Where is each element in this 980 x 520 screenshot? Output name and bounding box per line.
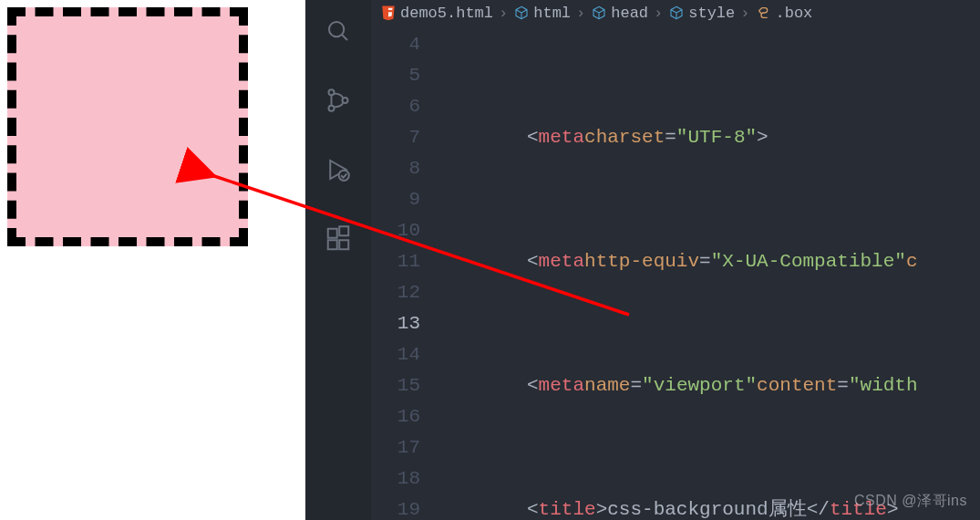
code-editor[interactable]: demo5.html › html › head › style › .box … — [371, 0, 980, 520]
svg-point-0 — [329, 22, 344, 36]
html5-icon — [380, 5, 397, 21]
breadcrumb-item[interactable]: head — [611, 5, 648, 22]
line-number: 18 — [371, 463, 420, 494]
code-line[interactable]: <meta charset="UTF-8"> — [440, 122, 980, 153]
chevron-right-icon: › — [740, 5, 749, 22]
cube-icon — [668, 5, 685, 21]
svg-point-3 — [329, 106, 335, 111]
browser-preview-pane — [0, 0, 305, 520]
debug-icon[interactable] — [324, 155, 353, 184]
svg-rect-8 — [328, 240, 337, 249]
svg-point-6 — [339, 171, 349, 181]
line-number: 16 — [371, 401, 420, 432]
breadcrumb-file[interactable]: demo5.html — [400, 5, 493, 22]
breadcrumb-item[interactable]: html — [533, 5, 571, 22]
source-control-icon[interactable] — [324, 86, 353, 115]
svg-rect-7 — [328, 229, 337, 238]
code-line[interactable]: <meta http-equiv="X-UA-Compatible" c — [440, 246, 980, 277]
code-line[interactable]: <meta name="viewport" content="width — [440, 370, 980, 401]
breadcrumb-item[interactable]: style — [688, 5, 735, 22]
chevron-right-icon: › — [499, 5, 508, 22]
svg-line-1 — [342, 35, 347, 40]
line-number: 5 — [371, 60, 420, 91]
selector-icon — [755, 5, 771, 21]
line-number: 12 — [371, 277, 420, 308]
line-number: 11 — [371, 246, 420, 277]
chevron-right-icon: › — [654, 5, 663, 22]
extensions-icon[interactable] — [324, 224, 353, 254]
breadcrumb-item[interactable]: .box — [775, 5, 812, 22]
chevron-right-icon: › — [576, 5, 585, 22]
line-number: 13 — [371, 308, 420, 339]
line-number: 7 — [371, 122, 420, 153]
activity-bar — [305, 0, 371, 520]
svg-point-4 — [343, 98, 348, 103]
rendered-box — [7, 7, 248, 246]
line-number: 8 — [371, 153, 420, 184]
svg-rect-9 — [339, 240, 348, 249]
cube-icon — [513, 5, 530, 21]
svg-point-2 — [329, 89, 335, 95]
line-number: 4 — [371, 29, 420, 60]
search-icon[interactable] — [324, 16, 353, 46]
svg-rect-10 — [339, 226, 348, 235]
breadcrumb[interactable]: demo5.html › html › head › style › .box — [371, 0, 980, 26]
watermark-text: CSDN @泽哥ins — [854, 492, 967, 511]
line-number: 19 — [371, 494, 420, 520]
line-number: 17 — [371, 432, 420, 463]
line-number: 14 — [371, 339, 420, 370]
line-number: 9 — [371, 184, 420, 215]
line-number-gutter: 4 5 6 7 8 9 10 11 12 13 14 15 16 17 18 1… — [371, 26, 440, 520]
cube-icon — [591, 5, 607, 21]
line-number: 6 — [371, 91, 420, 122]
line-number: 15 — [371, 370, 420, 401]
line-number: 10 — [371, 215, 420, 246]
code-content[interactable]: <meta charset="UTF-8"> <meta http-equiv=… — [440, 26, 980, 520]
